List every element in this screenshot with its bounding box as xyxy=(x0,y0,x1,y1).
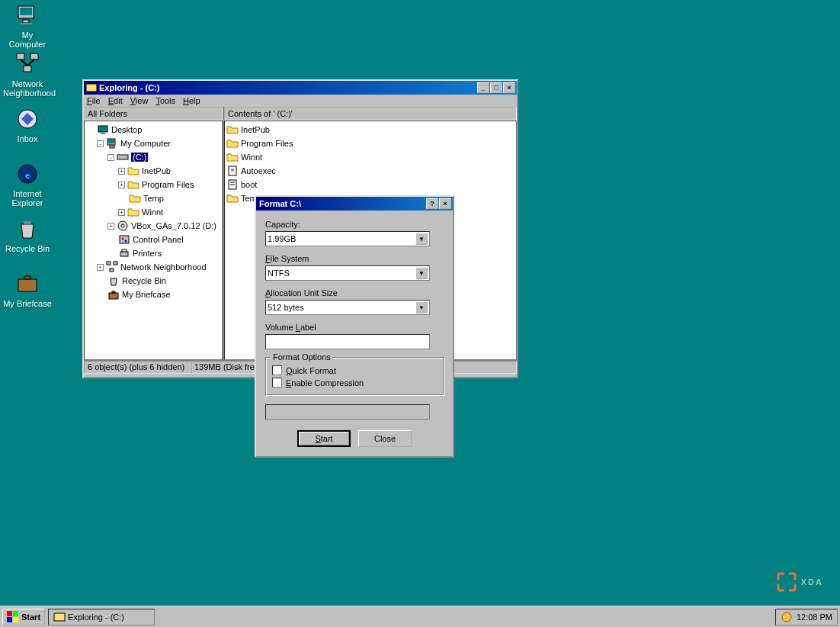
tree-item[interactable]: Desktop xyxy=(86,123,220,137)
chevron-down-icon: ▼ xyxy=(415,233,428,245)
expand-icon[interactable]: + xyxy=(107,223,114,230)
chevron-down-icon: ▼ xyxy=(415,301,428,314)
file-item[interactable]: InetPub xyxy=(226,123,515,137)
tree-item[interactable]: -My Computer xyxy=(86,137,220,150)
tree-item[interactable]: My Briefcase xyxy=(86,288,220,301)
tree-label: InetPub xyxy=(142,166,171,175)
tree-header: All Folders xyxy=(84,107,223,121)
dialog-titlebar[interactable]: Format C:\ ? × xyxy=(256,197,453,211)
menubar: File Edit View Tools Help xyxy=(84,95,517,107)
network-icon xyxy=(15,52,40,76)
xda-logo-icon xyxy=(775,571,798,593)
tree-item[interactable]: +Winnt xyxy=(86,205,220,219)
desktop-icon-briefcase[interactable]: My Briefcase xyxy=(3,272,52,308)
svg-rect-42 xyxy=(7,617,12,622)
file-item[interactable]: boot xyxy=(226,178,515,191)
enable-compression-checkbox[interactable]: Enable Compression xyxy=(272,378,437,387)
tree-item[interactable]: Printers xyxy=(86,246,220,260)
allocation-label: Allocation Unit Size xyxy=(265,288,444,297)
desktop-icon-inbox[interactable]: Inbox xyxy=(3,107,52,143)
system-tray[interactable]: 12:08 PM xyxy=(775,609,838,625)
filesystem-label: File System xyxy=(265,254,444,263)
icon-label: Recycle Bin xyxy=(3,244,52,253)
tree-item[interactable]: +Network Neighborhood xyxy=(86,260,220,274)
computer-icon xyxy=(15,3,40,27)
expand-icon[interactable]: - xyxy=(97,140,104,147)
progress-bar xyxy=(265,404,430,420)
capacity-value: 1.99GB xyxy=(268,234,415,243)
icon-label: Inbox xyxy=(3,134,52,143)
taskbar-task-explorer[interactable]: Exploring - (C:) xyxy=(48,609,155,625)
quick-format-checkbox[interactable]: Quick Format xyxy=(272,365,437,375)
svg-rect-15 xyxy=(86,84,97,92)
folder-tree[interactable]: Desktop-My Computer-(C:)+InetPub+Program… xyxy=(84,121,223,360)
capacity-dropdown[interactable]: 1.99GB ▼ xyxy=(265,231,430,246)
minimize-button[interactable]: _ xyxy=(477,82,489,93)
expand-icon[interactable]: - xyxy=(107,154,114,161)
explorer-titlebar[interactable]: Exploring - (C:) _ □ × xyxy=(84,81,517,95)
file-item[interactable]: Winnt xyxy=(226,150,515,164)
tree-label: Winnt xyxy=(142,207,163,217)
tree-label: Printers xyxy=(133,249,162,258)
svg-rect-43 xyxy=(13,617,18,622)
tree-item[interactable]: Temp xyxy=(86,191,220,205)
svg-point-27 xyxy=(125,240,127,243)
svg-rect-6 xyxy=(24,66,31,72)
tree-item[interactable]: Control Panel xyxy=(86,233,220,246)
close-button[interactable]: × xyxy=(503,82,515,93)
folder-tree-pane: All Folders Desktop-My Computer-(C:)+Ine… xyxy=(84,107,224,360)
desktop-icon-ie[interactable]: e Internet Explorer xyxy=(3,162,52,207)
expand-icon[interactable]: + xyxy=(97,264,104,271)
volume-label-label: Volume Label xyxy=(265,323,444,332)
allocation-dropdown[interactable]: 512 bytes ▼ xyxy=(265,300,430,315)
menu-help[interactable]: Help xyxy=(183,96,200,105)
tree-item[interactable]: +VBox_GAs_7.0.12 (D:) xyxy=(86,219,220,233)
filesystem-value: NTFS xyxy=(268,268,415,278)
start-label: Start xyxy=(21,613,40,622)
menu-view[interactable]: View xyxy=(130,96,149,105)
tree-item[interactable]: -(C:) xyxy=(86,150,220,164)
svg-rect-29 xyxy=(122,249,127,252)
explorer-title: Exploring - (C:) xyxy=(98,83,476,92)
status-objects: 6 object(s) (plus 6 hidden) xyxy=(84,361,191,374)
expand-icon[interactable]: + xyxy=(118,209,125,216)
tree-label: Network Neighborhood xyxy=(120,262,207,272)
file-label: Program Files xyxy=(241,139,293,148)
tree-label: Temp xyxy=(143,194,164,203)
menu-edit[interactable]: Edit xyxy=(108,96,123,105)
filesystem-dropdown[interactable]: NTFS ▼ xyxy=(265,265,430,281)
expand-icon[interactable]: + xyxy=(118,168,125,175)
capacity-label: Capacity: xyxy=(265,220,444,229)
svg-rect-25 xyxy=(120,236,129,243)
watermark: XDA xyxy=(775,571,823,593)
menu-file[interactable]: File xyxy=(87,96,101,105)
dialog-close-button[interactable]: × xyxy=(439,198,451,209)
desktop-icon-network[interactable]: Network Neighborhood xyxy=(3,52,52,98)
file-item[interactable]: Autoexec xyxy=(226,164,515,178)
expand-icon[interactable]: + xyxy=(118,182,125,188)
svg-point-24 xyxy=(121,224,124,227)
menu-tools[interactable]: Tools xyxy=(155,96,175,105)
tree-item[interactable]: +InetPub xyxy=(86,164,220,178)
svg-point-36 xyxy=(231,169,234,172)
volume-label-input[interactable] xyxy=(265,334,430,349)
explorer-icon xyxy=(85,82,98,94)
close-button[interactable]: Close xyxy=(358,430,412,447)
start-button[interactable]: Start xyxy=(2,609,45,625)
desktop-icon-recycle[interactable]: Recycle Bin xyxy=(3,217,52,253)
icon-label: Network Neighborhood xyxy=(3,79,52,98)
tree-label: VBox_GAs_7.0.12 (D:) xyxy=(131,221,216,230)
file-label: boot xyxy=(241,180,257,189)
tree-item[interactable]: +Program Files xyxy=(86,178,220,191)
help-button[interactable]: ? xyxy=(426,198,438,209)
svg-rect-40 xyxy=(7,611,12,616)
group-title: Format Options xyxy=(271,352,333,362)
maximize-button[interactable]: □ xyxy=(490,82,502,93)
desktop-icon-my-computer[interactable]: My Computer xyxy=(3,3,52,49)
dialog-title: Format C:\ xyxy=(258,199,425,208)
tree-item[interactable]: Recycle Bin xyxy=(86,274,220,288)
file-item[interactable]: Program Files xyxy=(226,137,515,150)
svg-rect-1 xyxy=(20,8,32,15)
start-button[interactable]: Start xyxy=(297,430,351,447)
svg-rect-41 xyxy=(13,611,18,616)
